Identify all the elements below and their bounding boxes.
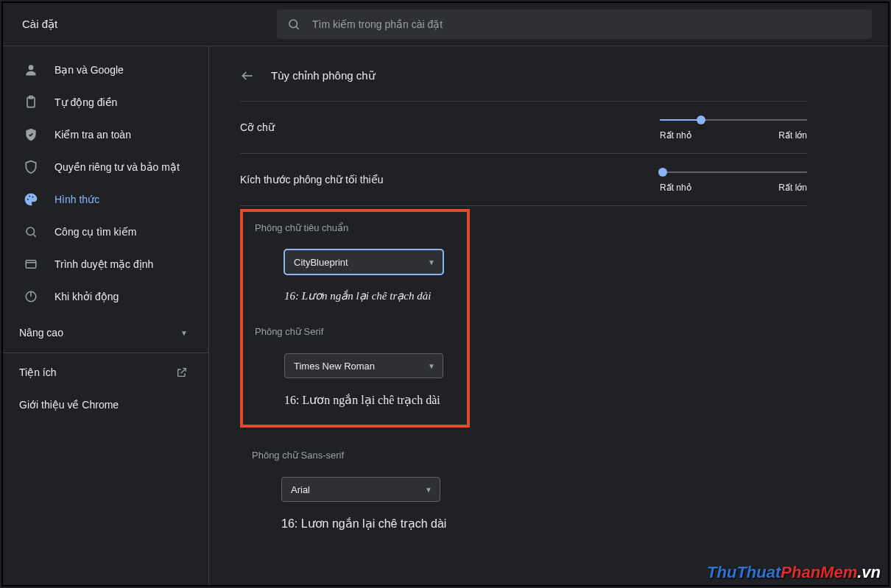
sans-font-value: Arial [291,484,310,495]
sans-font-dropdown[interactable]: Arial ▼ [281,477,440,502]
standard-font-preview: 16: Lươn ngắn lại chê trạch dài [284,289,457,302]
serif-font-value: Times New Roman [294,361,375,372]
svg-line-9 [33,234,35,236]
serif-font-section: Phông chữ Serif Times New Roman ▼ 16: Lư… [253,326,457,407]
sidebar-item-about[interactable]: Giới thiệu về Chrome [3,389,208,421]
sidebar-item-label: Công cụ tìm kiếm [54,226,136,238]
standard-font-value: CityBlueprint [294,257,348,268]
serif-font-title: Phông chữ Serif [253,326,457,337]
sidebar-item-default-browser[interactable]: Trình duyệt mặc định [3,248,208,280]
highlight-annotation: Phông chữ tiêu chuẩn CityBlueprint ▼ 16:… [240,209,470,428]
svg-line-1 [296,26,298,29]
sidebar-item-label: Bạn và Google [54,64,124,76]
sidebar-item-extensions[interactable]: Tiện ích [3,356,208,389]
search-box[interactable] [277,10,872,39]
font-size-max-label: Rất lớn [778,130,807,141]
sidebar-item-label: Kiểm tra an toàn [54,129,131,141]
svg-point-7 [32,196,34,198]
shield-check-icon [24,127,38,142]
chevron-down-icon: ▼ [425,486,432,494]
shield-icon [24,160,38,174]
sidebar-item-search-engine[interactable]: Công cụ tìm kiếm [3,216,208,248]
font-size-label: Cỡ chữ [240,121,275,133]
window-icon [24,258,38,271]
app-title: Cài đặt [3,18,277,31]
sans-font-preview: 16: Lươn ngắn lại chê trạch dài [281,517,459,531]
font-size-row: Cỡ chữ Rất nhỏ Rất lớn [240,102,807,153]
standard-font-section: Phông chữ tiêu chuẩn CityBlueprint ▼ 16:… [253,222,457,302]
sans-font-section: Phông chữ Sans-serif Arial ▼ 16: Lươn ng… [240,428,470,531]
search-icon [24,225,38,238]
sidebar-separator [3,353,208,353]
min-font-size-row: Kích thước phông chữ tối thiểu Rất nhỏ R… [240,154,807,205]
min-font-size-max-label: Rất lớn [778,183,807,193]
sidebar-item-label: Tự động điền [54,96,117,108]
serif-font-preview: 16: Lươn ngắn lại chê trạch dài [284,393,457,407]
about-label: Giới thiệu về Chrome [19,399,119,411]
chevron-down-icon: ▼ [428,362,435,370]
svg-point-6 [29,196,30,197]
svg-point-8 [27,227,35,235]
search-input[interactable] [312,18,862,30]
standard-font-dropdown[interactable]: CityBlueprint ▼ [284,249,443,274]
sidebar-item-label: Quyền riêng tư và bảo mật [54,161,180,173]
svg-rect-10 [26,261,36,269]
back-button[interactable] [240,68,255,83]
sidebar-advanced-toggle[interactable]: Nâng cao ▼ [3,316,208,350]
svg-point-0 [289,20,297,28]
sidebar-item-you-and-google[interactable]: Bạn và Google [3,54,208,86]
sidebar: Bạn và Google Tự động điền Kiểm tra an t… [3,46,209,585]
svg-point-2 [29,65,34,70]
chevron-down-icon: ▼ [428,258,435,266]
extensions-label: Tiện ích [19,366,57,378]
external-link-icon [176,366,188,378]
font-size-slider[interactable] [660,114,807,126]
sidebar-item-on-startup[interactable]: Khi khởi động [3,280,208,313]
page-title: Tùy chỉnh phông chữ [271,69,376,82]
min-font-size-min-label: Rất nhỏ [660,183,691,193]
sidebar-item-label: Khi khởi động [54,291,119,302]
sidebar-item-label: Trình duyệt mặc định [54,258,153,270]
sidebar-item-autofill[interactable]: Tự động điền [3,86,208,118]
font-size-min-label: Rất nhỏ [660,130,691,141]
chevron-down-icon: ▼ [180,329,188,337]
sans-font-title: Phông chữ Sans-serif [250,450,459,461]
min-font-size-label: Kích thước phông chữ tối thiểu [240,174,383,185]
standard-font-title: Phông chữ tiêu chuẩn [253,222,457,233]
clipboard-icon [24,95,38,110]
main-content: Tùy chỉnh phông chữ Cỡ chữ Rất nhỏ Rất l… [209,46,888,585]
search-icon [287,18,300,31]
power-icon [24,290,38,303]
serif-font-dropdown[interactable]: Times New Roman ▼ [284,353,443,378]
sidebar-item-privacy[interactable]: Quyền riêng tư và bảo mật [3,151,208,183]
palette-icon [24,192,38,207]
person-icon [24,63,38,77]
advanced-label: Nâng cao [19,327,63,339]
sidebar-item-safety-check[interactable]: Kiểm tra an toàn [3,118,208,151]
sidebar-item-label: Hình thức [54,194,99,205]
svg-point-5 [27,199,29,200]
min-font-size-slider[interactable] [660,166,807,178]
sidebar-item-appearance[interactable]: Hình thức [3,183,208,216]
